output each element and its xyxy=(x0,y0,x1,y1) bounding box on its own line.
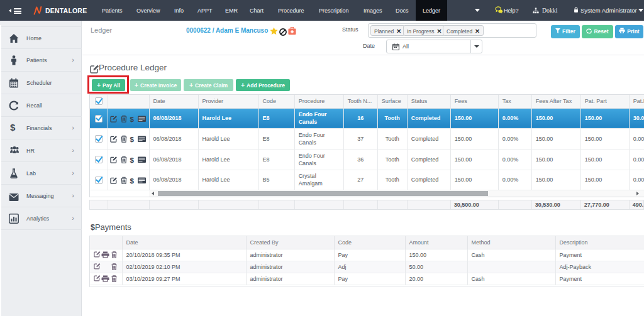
svg-text:$: $ xyxy=(130,177,135,184)
svg-text:$: $ xyxy=(130,116,135,123)
svg-text:$: $ xyxy=(130,156,135,163)
svg-text:$: $ xyxy=(130,136,135,143)
